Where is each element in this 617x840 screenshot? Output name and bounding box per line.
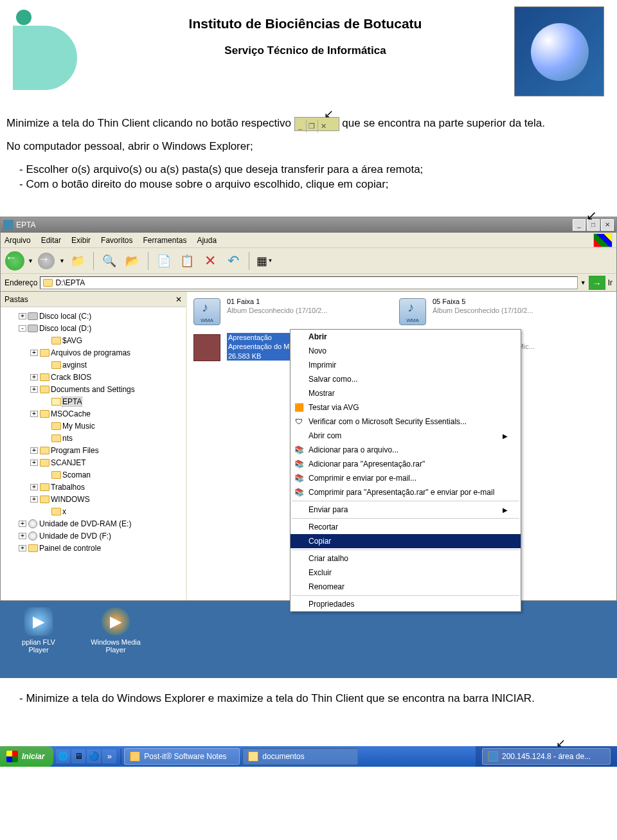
tree-item[interactable]: +Crack BIOS (1, 371, 186, 383)
tree-expand-toggle[interactable]: + (19, 521, 26, 527)
context-menu-item[interactable]: Recortar (291, 520, 521, 534)
taskbar-task-postit[interactable]: Post-it® Software Notes (124, 748, 240, 765)
menu-ferramentas[interactable]: Ferramentas (143, 236, 186, 245)
file-item[interactable]: WMA 05 Faixa 5 Álbum Desconhecido (17/10… (398, 297, 578, 326)
context-menu-item[interactable]: Novo (291, 344, 521, 358)
tree-expand-toggle[interactable]: + (30, 496, 38, 503)
window-titlebar[interactable]: EPTA _ □ ✕ (1, 217, 616, 233)
desktop-area[interactable]: ▶ pplian FLV Player ▶ Windows Media Play… (0, 601, 617, 678)
up-button[interactable]: 📁 (67, 251, 88, 271)
file-item[interactable]: WMA 01 Faixa 1 Álbum Desconhecido (17/10… (192, 297, 372, 326)
menu-ajuda[interactable]: Ajuda (197, 236, 217, 245)
tree-item-label: Arquivos de programas (51, 348, 130, 357)
tree-item[interactable]: +Arquivos de programas (1, 346, 186, 359)
tree-item[interactable]: +Painel de controle (1, 542, 186, 554)
tree-item[interactable]: +Unidade de DVD (F:) (1, 530, 186, 542)
address-label: Endereço (4, 278, 37, 287)
menu-exibir[interactable]: Exibir (71, 236, 91, 245)
tree-item[interactable]: nts (1, 432, 186, 444)
file-name: 05 Faixa 5 (433, 297, 533, 306)
context-menu-item[interactable]: Excluir (291, 566, 521, 580)
taskbar-task-documentos[interactable]: documentos (242, 748, 358, 765)
context-menu-item[interactable]: Abrir (291, 330, 521, 344)
move-button[interactable]: 📄 (154, 251, 174, 271)
tree-item[interactable]: Scoman (1, 469, 186, 481)
undo-button[interactable]: ↶ (223, 251, 244, 271)
tree-item[interactable]: +Documents and Settings (1, 383, 186, 395)
context-menu-item[interactable]: 📚Adicionar para "Apresentação.rar" (291, 457, 521, 471)
context-menu-item[interactable]: Renomear (291, 580, 521, 594)
quick-launch-more[interactable]: » (102, 749, 116, 764)
tree-expand-toggle[interactable]: + (30, 350, 38, 356)
context-menu-item[interactable]: 🛡Verificar com o Microsoft Security Esse… (291, 415, 521, 429)
folders-button[interactable]: 📂 (122, 251, 143, 271)
tree-item[interactable]: avginst (1, 359, 186, 371)
context-menu-item[interactable]: 📚Comprimir para "Apresentação.rar" e env… (291, 485, 521, 499)
context-menu-item[interactable]: 📚Comprimir e enviar por e-mail... (291, 471, 521, 485)
desktop-icon-wmp[interactable]: ▶ Windows Media Player (90, 607, 141, 654)
start-button[interactable]: Iniciar (0, 746, 53, 767)
header-title: Instituto de Biociências de Botucatu (109, 16, 501, 31)
address-input[interactable]: D:\EPTA (40, 276, 577, 289)
back-button[interactable]: ← (4, 251, 25, 271)
tree-expand-toggle[interactable]: + (30, 411, 38, 417)
search-button[interactable]: 🔍 (99, 251, 120, 271)
context-menu-item[interactable]: Criar atalho (291, 551, 521, 566)
desktop-icon-flv[interactable]: ▶ pplian FLV Player (13, 607, 64, 654)
menu-editar[interactable]: Editar (41, 236, 61, 245)
tree-item[interactable]: $AVG (1, 334, 186, 346)
context-menu-item[interactable]: Salvar como... (291, 372, 521, 386)
tree-expand-toggle[interactable]: + (19, 533, 26, 539)
tree-item[interactable]: +Program Files (1, 444, 186, 456)
context-menu-item[interactable]: 📚Adicionar para o arquivo... (291, 443, 521, 457)
context-menu-item[interactable]: Imprimir (291, 358, 521, 372)
tree-item[interactable]: -Disco local (D:) (1, 322, 186, 334)
context-menu-item[interactable]: Copiar (291, 534, 521, 548)
tree-item[interactable]: +Trabalhos (1, 481, 186, 493)
tree-expand-toggle[interactable]: + (30, 374, 38, 380)
menu-arquivo[interactable]: Arquivo (4, 236, 31, 245)
windows-flag-icon (593, 233, 613, 247)
folder-tree[interactable]: +Disco local (C:)-Disco local (D:)$AVG+A… (1, 307, 186, 600)
minimize-button[interactable]: _ (573, 219, 586, 231)
tree-item[interactable]: +MSOCache (1, 407, 186, 420)
context-menu-item[interactable]: Propriedades (291, 597, 521, 611)
context-item-icon: 📚 (293, 487, 305, 498)
context-item-icon: 🟧 (293, 402, 305, 413)
file-list-panel[interactable]: WMA 01 Faixa 1 Álbum Desconhecido (17/10… (187, 292, 616, 600)
quick-launch-desktop[interactable]: 🖥 (71, 749, 85, 764)
tree-item-label: Unidade de DVD-RAM (E:) (39, 519, 131, 528)
tree-item[interactable]: +SCANJET (1, 456, 186, 469)
tree-expand-toggle[interactable]: + (19, 545, 26, 551)
tree-expand-toggle[interactable]: + (30, 386, 38, 393)
context-menu-item[interactable]: Abrir com▶ (291, 429, 521, 443)
tree-item[interactable]: +Unidade de DVD-RAM (E:) (1, 517, 186, 530)
intro-text-2: No computador pessoal, abrir o Windows E… (6, 139, 611, 154)
tree-expand-toggle[interactable]: + (19, 313, 26, 319)
menu-favoritos[interactable]: Favoritos (101, 236, 132, 245)
folder-icon (39, 384, 49, 395)
tree-item[interactable]: +WINDOWS (1, 493, 186, 505)
tree-expand-toggle[interactable]: + (30, 460, 38, 466)
views-button[interactable]: ▦▼ (255, 251, 275, 271)
copy-button[interactable]: 📋 (177, 251, 197, 271)
quick-launch-ie[interactable]: 🌐 (56, 749, 70, 764)
close-button[interactable]: ✕ (601, 219, 614, 231)
go-button[interactable]: → (589, 276, 605, 290)
delete-button[interactable]: ✕ (200, 251, 220, 271)
tree-item[interactable]: My Music (1, 420, 186, 432)
context-menu-item[interactable]: Mostrar (291, 386, 521, 400)
tree-item[interactable]: x (1, 505, 186, 517)
forward-button[interactable]: → (36, 251, 57, 271)
context-menu-item[interactable]: 🟧Testar via AVG (291, 400, 521, 415)
tree-close-button[interactable]: ✕ (175, 295, 182, 304)
minimize-buttons-image: _❐✕ (294, 117, 339, 131)
context-menu-item[interactable]: Enviar para▶ (291, 503, 521, 517)
tree-expand-toggle[interactable]: + (30, 447, 38, 454)
quick-launch-item[interactable]: 🔵 (87, 749, 101, 764)
tree-expand-toggle[interactable]: - (19, 325, 26, 332)
tree-item[interactable]: +Disco local (C:) (1, 310, 186, 322)
tree-item[interactable]: EPTA (1, 395, 186, 407)
tree-expand-toggle[interactable]: + (30, 484, 38, 490)
taskbar-task-remote[interactable]: 200.145.124.8 - área de... (482, 748, 611, 765)
